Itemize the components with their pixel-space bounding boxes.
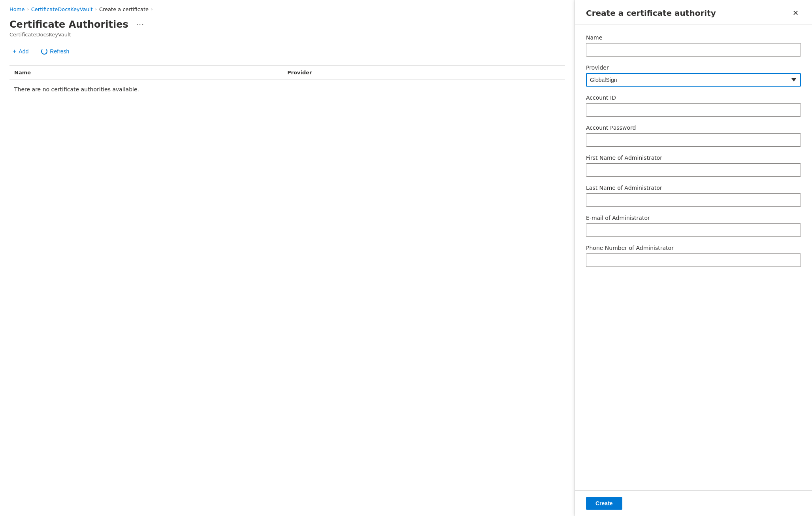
- page-header: Certificate Authorities ···: [9, 19, 565, 30]
- breadcrumb-chevron-1: ›: [27, 7, 28, 12]
- provider-group: Provider GlobalSign DigiCert: [586, 64, 801, 87]
- name-input[interactable]: [586, 43, 801, 57]
- email-group: E-mail of Administrator: [586, 215, 801, 237]
- refresh-button[interactable]: Refresh: [38, 46, 72, 57]
- side-panel-body: Name Provider GlobalSign DigiCert Accoun…: [575, 25, 812, 490]
- provider-label: Provider: [586, 64, 801, 71]
- page-title: Certificate Authorities: [9, 19, 128, 30]
- table-empty-message: There are no certificate authorities ava…: [9, 80, 565, 99]
- close-button[interactable]: ✕: [790, 8, 801, 18]
- account-id-group: Account ID: [586, 95, 801, 117]
- column-name: Name: [14, 70, 287, 76]
- name-label: Name: [586, 34, 801, 41]
- page-subtitle: CertificateDocsKeyVault: [9, 32, 565, 38]
- first-name-group: First Name of Administrator: [586, 155, 801, 177]
- side-panel: Create a certificate authority ✕ Name Pr…: [575, 0, 812, 516]
- phone-group: Phone Number of Administrator: [586, 245, 801, 267]
- phone-label: Phone Number of Administrator: [586, 245, 801, 251]
- name-group: Name: [586, 34, 801, 57]
- last-name-input[interactable]: [586, 193, 801, 207]
- breadcrumb-current: Create a certificate: [99, 6, 149, 12]
- side-panel-title: Create a certificate authority: [586, 8, 716, 18]
- add-label: Add: [19, 48, 28, 55]
- provider-select[interactable]: GlobalSign DigiCert: [586, 73, 801, 87]
- more-options-button[interactable]: ···: [133, 19, 148, 30]
- first-name-label: First Name of Administrator: [586, 155, 801, 161]
- plus-icon: +: [13, 48, 16, 55]
- refresh-label: Refresh: [50, 48, 69, 55]
- main-panel: Home › CertificateDocsKeyVault › Create …: [0, 0, 575, 516]
- breadcrumb-chevron-3: ›: [151, 7, 153, 12]
- account-password-label: Account Password: [586, 125, 801, 131]
- refresh-icon: [41, 48, 47, 55]
- breadcrumb: Home › CertificateDocsKeyVault › Create …: [9, 6, 565, 12]
- email-label: E-mail of Administrator: [586, 215, 801, 221]
- account-id-label: Account ID: [586, 95, 801, 101]
- last-name-group: Last Name of Administrator: [586, 185, 801, 207]
- email-input[interactable]: [586, 223, 801, 237]
- last-name-label: Last Name of Administrator: [586, 185, 801, 191]
- breadcrumb-home[interactable]: Home: [9, 6, 24, 12]
- account-id-input[interactable]: [586, 103, 801, 117]
- toolbar: + Add Refresh: [9, 45, 565, 57]
- table-header: Name Provider: [9, 66, 565, 80]
- create-button[interactable]: Create: [586, 497, 622, 510]
- table-container: Name Provider There are no certificate a…: [9, 65, 565, 99]
- add-button[interactable]: + Add: [9, 45, 32, 57]
- first-name-input[interactable]: [586, 163, 801, 177]
- account-password-group: Account Password: [586, 125, 801, 147]
- breadcrumb-keyvault[interactable]: CertificateDocsKeyVault: [31, 6, 93, 12]
- side-panel-footer: Create: [575, 490, 812, 516]
- breadcrumb-chevron-2: ›: [95, 7, 97, 12]
- phone-input[interactable]: [586, 253, 801, 267]
- side-panel-header: Create a certificate authority ✕: [575, 0, 812, 25]
- account-password-input[interactable]: [586, 133, 801, 147]
- column-provider: Provider: [287, 70, 560, 76]
